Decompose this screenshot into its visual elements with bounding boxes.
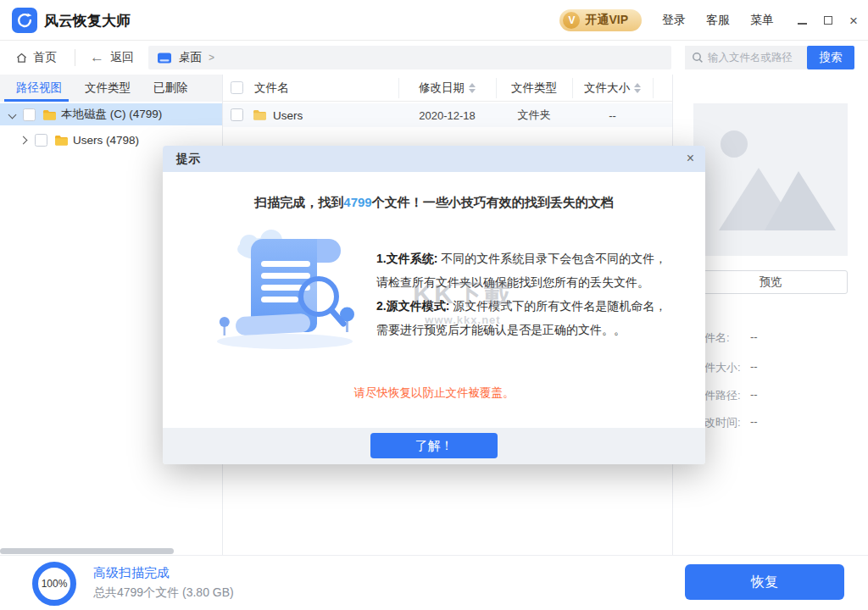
tree-item-local-disk-c[interactable]: 本地磁盘 (C) (4799) — [0, 103, 222, 125]
home-icon — [15, 52, 28, 64]
maximize-icon — [824, 16, 832, 25]
horizontal-scrollbar[interactable] — [0, 548, 174, 554]
preview-button[interactable]: 预览 — [693, 270, 848, 294]
active-tab-underline — [4, 99, 69, 102]
table-row[interactable]: Users 2020-12-18 文件夹 -- — [223, 103, 672, 127]
back-arrow-icon: ← — [90, 49, 104, 66]
folder-icon — [54, 135, 68, 146]
column-header-size[interactable]: 文件大小 — [572, 75, 653, 102]
dialog-heading: 扫描完成，找到4799个文件！一些小技巧有效的找到丢失的文档 — [163, 195, 705, 211]
info-value: -- — [750, 330, 758, 346]
scan-illustration — [210, 224, 363, 351]
tree-item-label: Users (4798) — [73, 134, 139, 147]
file-info-modified: 修改时间: -- — [693, 415, 863, 430]
folder-icon — [253, 109, 266, 120]
file-info-size: 文件大小: -- — [693, 360, 863, 375]
heading-file-count: 4799 — [343, 195, 371, 209]
sort-icon[interactable] — [634, 83, 641, 93]
close-button[interactable]: × — [849, 14, 858, 28]
dialog-header: 提示 × — [163, 146, 705, 172]
tree-item-label: 本地磁盘 (C) (4799) — [61, 107, 162, 122]
dialog-title: 提示 — [176, 152, 200, 167]
titlebar: 风云恢复大师 V 开通VIP 登录 客服 菜单 × — [0, 0, 868, 41]
table-header: 文件名 修改日期 文件类型 文件大小 — [223, 75, 672, 102]
tree-checkbox-users[interactable] — [35, 134, 47, 147]
app-logo-icon — [12, 8, 37, 33]
dialog-warning-text: 请尽快恢复以防止文件被覆盖。 — [163, 385, 705, 401]
ok-button[interactable]: 了解！ — [370, 433, 498, 458]
minimize-icon — [798, 23, 807, 25]
vip-label: 开通VIP — [585, 13, 628, 28]
dialog-tips: 1.文件系统: 不同的文件系统目录下会包含不同的文件，请检查所有文件夹以确保能找… — [376, 247, 671, 341]
search-icon — [692, 52, 704, 64]
scan-summary-text: 总共4799个文件 (3.80 GB) — [93, 585, 234, 601]
column-header-date-label: 修改日期 — [419, 80, 465, 96]
row-checkbox[interactable] — [231, 108, 243, 121]
file-info-name: 文件名: -- — [693, 330, 863, 346]
chevron-right-icon[interactable] — [19, 136, 28, 144]
tab-file-type[interactable]: 文件类型 — [85, 80, 131, 96]
tree-checkbox-local-disk[interactable] — [23, 108, 36, 121]
sort-icon[interactable] — [469, 83, 476, 93]
support-button[interactable]: 客服 — [706, 13, 730, 28]
column-divider — [653, 78, 654, 98]
login-button[interactable]: 登录 — [662, 13, 686, 28]
image-placeholder-icon — [693, 103, 848, 256]
breadcrumb[interactable]: 桌面 > — [148, 46, 671, 69]
scan-status-text: 高级扫描完成 — [93, 565, 170, 581]
vip-button[interactable]: V 开通VIP — [559, 9, 642, 31]
scan-complete-dialog: 提示 × 扫描完成，找到4799个文件！一些小技巧有效的找到丢失的文档 1.文件… — [163, 146, 705, 464]
chevron-down-icon[interactable] — [8, 110, 17, 119]
back-label: 返回 — [110, 50, 134, 65]
info-value: -- — [750, 360, 758, 375]
navbar: 首页 ← 返回 桌面 > 搜索 — [0, 41, 868, 75]
home-button[interactable]: 首页 — [15, 41, 57, 75]
tab-deleted[interactable]: 已删除 — [153, 80, 188, 96]
dialog-footer: 了解！ — [163, 428, 705, 464]
heading-prefix: 扫描完成，找到 — [254, 195, 343, 209]
cell-file-name: Users — [273, 103, 303, 127]
heading-suffix: 个文件！一些小技巧有效的找到丢失的文档 — [372, 195, 614, 209]
preview-placeholder — [693, 103, 848, 256]
column-header-size-label: 文件大小 — [584, 80, 630, 96]
tip2-label: 2.源文件模式: — [376, 299, 449, 313]
info-value: -- — [750, 388, 758, 403]
cell-modified-date: 2020-12-18 — [398, 103, 496, 127]
cell-file-type: 文件夹 — [496, 103, 572, 127]
progress-value: 100% — [42, 578, 68, 590]
tip-file-system: 1.文件系统: 不同的文件系统目录下会包含不同的文件，请检查所有文件夹以确保能找… — [376, 247, 671, 294]
search-box — [685, 46, 807, 69]
statusbar: 100% 高级扫描完成 总共4799个文件 (3.80 GB) 恢复 — [0, 555, 868, 610]
tab-path-view[interactable]: 路径视图 — [16, 80, 62, 96]
disk-icon — [157, 53, 172, 64]
tip1-label: 1.文件系统: — [376, 252, 437, 265]
sidebar-tabbar: 路径视图 文件类型 已删除 — [0, 75, 222, 102]
select-all-checkbox[interactable] — [231, 81, 243, 94]
home-label: 首页 — [33, 50, 57, 65]
breadcrumb-separator: > — [209, 52, 214, 64]
tip-source-mode: 2.源文件模式: 源文件模式下的所有文件名是随机命名，需要进行预览后才能确认是否… — [376, 294, 671, 341]
cell-file-size: -- — [572, 103, 653, 127]
column-header-type-label: 文件类型 — [511, 80, 557, 96]
folder-icon — [42, 109, 56, 120]
file-info-path: 文件路径: -- — [693, 388, 863, 403]
window-controls: × — [798, 13, 858, 28]
nav-divider — [75, 49, 75, 66]
menu-button[interactable]: 菜单 — [750, 13, 774, 28]
info-value: -- — [750, 415, 758, 430]
app-title: 风云恢复大师 — [44, 0, 131, 41]
column-header-type[interactable]: 文件类型 — [496, 75, 572, 102]
progress-ring: 100% — [32, 562, 76, 606]
vip-v-icon: V — [563, 12, 580, 29]
recover-button[interactable]: 恢复 — [685, 564, 844, 600]
back-button[interactable]: ← 返回 — [90, 41, 134, 75]
titlebar-actions: V 开通VIP 登录 客服 菜单 × — [559, 0, 858, 41]
search-button[interactable]: 搜索 — [807, 46, 854, 69]
dialog-close-icon[interactable]: × — [687, 151, 694, 166]
maximize-button[interactable] — [824, 13, 832, 28]
minimize-button[interactable] — [798, 13, 807, 28]
breadcrumb-item[interactable]: 桌面 — [179, 50, 202, 65]
search-input[interactable] — [708, 52, 797, 64]
column-header-date[interactable]: 修改日期 — [398, 75, 496, 102]
column-header-name[interactable]: 文件名 — [254, 75, 289, 102]
